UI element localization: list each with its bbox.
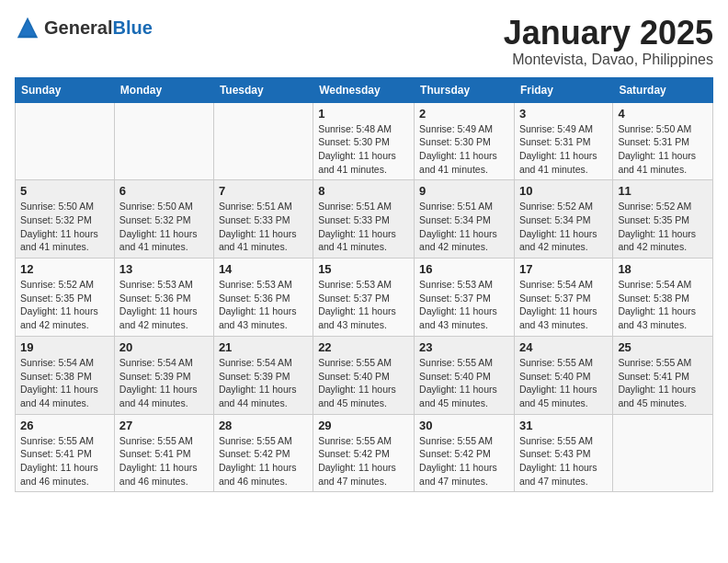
day-info: Sunrise: 5:52 AM Sunset: 5:35 PM Dayligh…	[20, 278, 109, 332]
day-number: 2	[419, 107, 509, 121]
calendar-cell: 5Sunrise: 5:50 AM Sunset: 5:32 PM Daylig…	[16, 180, 115, 259]
calendar-cell: 31Sunrise: 5:55 AM Sunset: 5:43 PM Dayli…	[514, 414, 612, 492]
calendar-cell: 24Sunrise: 5:55 AM Sunset: 5:40 PM Dayli…	[514, 336, 612, 414]
calendar-cell: 20Sunrise: 5:54 AM Sunset: 5:39 PM Dayli…	[114, 336, 213, 414]
calendar-cell: 12Sunrise: 5:52 AM Sunset: 5:35 PM Dayli…	[16, 259, 115, 337]
calendar-cell: 13Sunrise: 5:53 AM Sunset: 5:36 PM Dayli…	[114, 259, 213, 337]
day-info: Sunrise: 5:49 AM Sunset: 5:30 PM Dayligh…	[419, 122, 509, 177]
day-info: Sunrise: 5:54 AM Sunset: 5:38 PM Dayligh…	[618, 278, 708, 332]
day-info: Sunrise: 5:55 AM Sunset: 5:43 PM Dayligh…	[519, 434, 608, 488]
calendar-cell: 30Sunrise: 5:55 AM Sunset: 5:42 PM Dayli…	[415, 414, 515, 492]
day-info: Sunrise: 5:55 AM Sunset: 5:41 PM Dayligh…	[20, 434, 109, 488]
day-info: Sunrise: 5:55 AM Sunset: 5:41 PM Dayligh…	[119, 434, 209, 488]
page-header: GeneralBlue January 2025 Montevista, Dav…	[15, 15, 713, 68]
logo-blue-text: Blue	[112, 17, 152, 38]
day-number: 30	[419, 419, 509, 432]
day-info: Sunrise: 5:48 AM Sunset: 5:30 PM Dayligh…	[318, 122, 409, 177]
calendar-cell: 15Sunrise: 5:53 AM Sunset: 5:37 PM Dayli…	[313, 259, 415, 337]
day-info: Sunrise: 5:51 AM Sunset: 5:33 PM Dayligh…	[318, 200, 409, 254]
day-number: 13	[119, 262, 209, 276]
calendar-week-row: 12Sunrise: 5:52 AM Sunset: 5:35 PM Dayli…	[16, 259, 713, 337]
day-info: Sunrise: 5:50 AM Sunset: 5:31 PM Dayligh…	[618, 122, 708, 177]
day-info: Sunrise: 5:54 AM Sunset: 5:39 PM Dayligh…	[219, 356, 308, 410]
day-info: Sunrise: 5:55 AM Sunset: 5:42 PM Dayligh…	[318, 434, 409, 488]
weekday-header-saturday: Saturday	[613, 77, 713, 102]
calendar-cell: 25Sunrise: 5:55 AM Sunset: 5:41 PM Dayli…	[613, 336, 713, 414]
day-number: 12	[20, 262, 109, 276]
calendar-cell: 7Sunrise: 5:51 AM Sunset: 5:33 PM Daylig…	[213, 180, 313, 259]
calendar-cell: 2Sunrise: 5:49 AM Sunset: 5:30 PM Daylig…	[415, 102, 515, 180]
day-number: 7	[219, 184, 308, 198]
weekday-header-friday: Friday	[514, 77, 612, 102]
day-info: Sunrise: 5:55 AM Sunset: 5:42 PM Dayligh…	[219, 434, 308, 488]
calendar-cell: 23Sunrise: 5:55 AM Sunset: 5:40 PM Dayli…	[415, 336, 515, 414]
day-info: Sunrise: 5:50 AM Sunset: 5:32 PM Dayligh…	[119, 200, 209, 254]
weekday-header-sunday: Sunday	[16, 77, 115, 102]
day-info: Sunrise: 5:50 AM Sunset: 5:32 PM Dayligh…	[20, 200, 109, 254]
calendar-cell: 22Sunrise: 5:55 AM Sunset: 5:40 PM Dayli…	[313, 336, 415, 414]
calendar-cell	[16, 102, 115, 180]
day-number: 26	[20, 419, 109, 432]
calendar-cell: 27Sunrise: 5:55 AM Sunset: 5:41 PM Dayli…	[114, 414, 213, 492]
calendar-cell	[114, 102, 213, 180]
day-number: 8	[318, 184, 409, 198]
calendar-cell: 14Sunrise: 5:53 AM Sunset: 5:36 PM Dayli…	[213, 259, 313, 337]
calendar-cell: 10Sunrise: 5:52 AM Sunset: 5:34 PM Dayli…	[514, 180, 612, 259]
day-info: Sunrise: 5:49 AM Sunset: 5:31 PM Dayligh…	[519, 122, 608, 177]
day-number: 15	[318, 262, 409, 276]
calendar-cell: 11Sunrise: 5:52 AM Sunset: 5:35 PM Dayli…	[613, 180, 713, 259]
day-info: Sunrise: 5:52 AM Sunset: 5:35 PM Dayligh…	[618, 200, 708, 254]
calendar-week-row: 26Sunrise: 5:55 AM Sunset: 5:41 PM Dayli…	[16, 414, 713, 492]
calendar-cell: 18Sunrise: 5:54 AM Sunset: 5:38 PM Dayli…	[613, 259, 713, 337]
calendar-week-row: 5Sunrise: 5:50 AM Sunset: 5:32 PM Daylig…	[16, 180, 713, 259]
calendar-cell: 21Sunrise: 5:54 AM Sunset: 5:39 PM Dayli…	[213, 336, 313, 414]
day-number: 9	[419, 184, 509, 198]
day-number: 19	[20, 340, 109, 354]
weekday-header-tuesday: Tuesday	[213, 77, 313, 102]
day-number: 21	[219, 340, 308, 354]
calendar-cell: 26Sunrise: 5:55 AM Sunset: 5:41 PM Dayli…	[16, 414, 115, 492]
day-number: 24	[519, 340, 608, 354]
day-info: Sunrise: 5:51 AM Sunset: 5:34 PM Dayligh…	[419, 200, 509, 254]
calendar-cell: 16Sunrise: 5:53 AM Sunset: 5:37 PM Dayli…	[415, 259, 515, 337]
calendar-cell: 28Sunrise: 5:55 AM Sunset: 5:42 PM Dayli…	[213, 414, 313, 492]
day-number: 10	[519, 184, 608, 198]
calendar-cell: 3Sunrise: 5:49 AM Sunset: 5:31 PM Daylig…	[514, 102, 612, 180]
calendar-cell	[213, 102, 313, 180]
day-info: Sunrise: 5:55 AM Sunset: 5:42 PM Dayligh…	[419, 434, 509, 488]
calendar-cell: 19Sunrise: 5:54 AM Sunset: 5:38 PM Dayli…	[16, 336, 115, 414]
day-info: Sunrise: 5:53 AM Sunset: 5:37 PM Dayligh…	[318, 278, 409, 332]
day-number: 18	[618, 262, 708, 276]
day-info: Sunrise: 5:54 AM Sunset: 5:38 PM Dayligh…	[20, 356, 109, 410]
weekday-header-wednesday: Wednesday	[313, 77, 415, 102]
day-number: 16	[419, 262, 509, 276]
day-info: Sunrise: 5:55 AM Sunset: 5:41 PM Dayligh…	[618, 356, 708, 410]
weekday-header-thursday: Thursday	[415, 77, 515, 102]
day-number: 6	[119, 184, 209, 198]
day-number: 5	[20, 184, 109, 198]
day-number: 25	[618, 340, 708, 354]
day-number: 3	[519, 107, 608, 121]
calendar-week-row: 1Sunrise: 5:48 AM Sunset: 5:30 PM Daylig…	[16, 102, 713, 180]
day-info: Sunrise: 5:51 AM Sunset: 5:33 PM Dayligh…	[219, 200, 308, 254]
day-number: 4	[618, 107, 708, 121]
day-number: 14	[219, 262, 308, 276]
calendar-cell: 6Sunrise: 5:50 AM Sunset: 5:32 PM Daylig…	[114, 180, 213, 259]
day-info: Sunrise: 5:52 AM Sunset: 5:34 PM Dayligh…	[519, 200, 608, 254]
calendar-week-row: 19Sunrise: 5:54 AM Sunset: 5:38 PM Dayli…	[16, 336, 713, 414]
calendar-table: SundayMondayTuesdayWednesdayThursdayFrid…	[15, 77, 713, 493]
day-number: 29	[318, 419, 409, 432]
calendar-cell: 1Sunrise: 5:48 AM Sunset: 5:30 PM Daylig…	[313, 102, 415, 180]
day-info: Sunrise: 5:53 AM Sunset: 5:36 PM Dayligh…	[219, 278, 308, 332]
calendar-cell: 9Sunrise: 5:51 AM Sunset: 5:34 PM Daylig…	[415, 180, 515, 259]
day-number: 11	[618, 184, 708, 198]
day-number: 23	[419, 340, 509, 354]
calendar-cell: 8Sunrise: 5:51 AM Sunset: 5:33 PM Daylig…	[313, 180, 415, 259]
day-number: 1	[318, 107, 409, 121]
calendar-cell: 4Sunrise: 5:50 AM Sunset: 5:31 PM Daylig…	[613, 102, 713, 180]
logo: GeneralBlue	[15, 15, 153, 40]
month-title: January 2025	[504, 15, 713, 52]
day-info: Sunrise: 5:53 AM Sunset: 5:37 PM Dayligh…	[419, 278, 509, 332]
weekday-header-monday: Monday	[114, 77, 213, 102]
calendar-cell: 17Sunrise: 5:54 AM Sunset: 5:37 PM Dayli…	[514, 259, 612, 337]
